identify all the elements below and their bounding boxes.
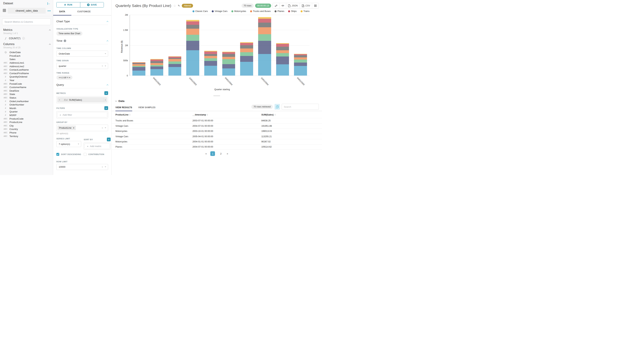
- run-button[interactable]: RUN: [56, 2, 80, 7]
- bar-stack[interactable]: [186, 20, 199, 76]
- bar-segment-planes[interactable]: [240, 45, 253, 49]
- legend-item[interactable]: Ships: [288, 10, 296, 12]
- bar-segment-ships[interactable]: [240, 43, 253, 45]
- time-grain-select[interactable]: quarter ×: [56, 63, 108, 69]
- dataset-options-icon[interactable]: •••: [48, 9, 51, 12]
- bar-segment-vintage-cars[interactable]: [186, 41, 199, 50]
- table-row[interactable]: Vintage Cars2004-07-01 00:00:00191951.86: [112, 123, 322, 129]
- collapse-section-icon[interactable]: [107, 40, 108, 42]
- column-header[interactable]: __timestamp: [192, 113, 261, 116]
- column-item[interactable]: ABCAddressLine2: [3, 64, 50, 68]
- bar-segment-trains[interactable]: [186, 20, 199, 21]
- column-item[interactable]: PriceEach: [3, 54, 50, 58]
- column-item[interactable]: ABCStatus: [3, 96, 50, 100]
- favorite-star-icon[interactable]: ☆: [174, 4, 176, 8]
- clear-icon[interactable]: ×: [102, 166, 103, 168]
- table-search-input[interactable]: [282, 104, 319, 110]
- help-icon[interactable]: ?: [22, 37, 25, 39]
- bar-segment-motorcycles[interactable]: [258, 34, 271, 41]
- column-item[interactable]: #OrderLineNumber: [3, 99, 50, 103]
- time-range-pill[interactable]: -∞ ≤ col < ∞: [56, 75, 72, 80]
- column-item[interactable]: ABCPostalCode: [3, 82, 50, 85]
- table-row[interactable]: Motorcycles2004-01-01 00:00:0090267.02: [112, 139, 322, 144]
- collapse-data-icon[interactable]: [115, 100, 117, 102]
- table-row[interactable]: Planes2004-07-01 00:00:00109114.62: [112, 144, 322, 150]
- column-item[interactable]: ABCProductLine: [3, 120, 50, 124]
- bar-segment-vintage-cars[interactable]: [168, 64, 182, 67]
- table-row[interactable]: Vintage Cars2005-04-01 00:00:00113255.21: [112, 134, 322, 139]
- pagination-page[interactable]: 1: [210, 151, 215, 156]
- tab-data[interactable]: DATA: [53, 10, 71, 15]
- bar-segment-vintage-cars[interactable]: [132, 67, 146, 70]
- column-item[interactable]: ABCProductCode: [3, 117, 50, 120]
- column-item[interactable]: #Month: [3, 107, 50, 110]
- bar-segment-trucks-and-buses[interactable]: [258, 27, 271, 34]
- legend-item[interactable]: Trains: [300, 10, 310, 12]
- pagination-prev[interactable]: «: [205, 152, 207, 155]
- bar-stack[interactable]: [168, 56, 182, 76]
- bar-segment-classic-cars[interactable]: [222, 68, 235, 76]
- bar-segment-ships[interactable]: [150, 59, 164, 61]
- column-item[interactable]: ABCState: [3, 92, 50, 96]
- bar-stack[interactable]: [294, 54, 307, 76]
- bar-segment-vintage-cars[interactable]: [222, 64, 235, 68]
- legend-item[interactable]: Vintage Cars: [212, 10, 228, 12]
- column-item[interactable]: ABCContactLastName: [3, 68, 50, 72]
- row-limit-select[interactable]: 10000 ×: [56, 164, 108, 170]
- bar-segment-vintage-cars[interactable]: [204, 61, 217, 66]
- sort-descending-checkbox[interactable]: [56, 153, 59, 156]
- bar-stack[interactable]: [204, 51, 217, 76]
- collapse-sidebar-icon[interactable]: |←: [47, 2, 50, 5]
- bar-segment-motorcycles[interactable]: [132, 66, 146, 67]
- bar-segment-trucks-and-buses[interactable]: [150, 63, 164, 65]
- bar-segment-ships[interactable]: [276, 44, 289, 47]
- bar-segment-ships[interactable]: [186, 21, 199, 25]
- column-item[interactable]: OrderDate: [3, 51, 50, 54]
- series-limit-select[interactable]: 7 option(s): [56, 141, 81, 147]
- search-metrics-columns-input[interactable]: [2, 18, 51, 25]
- bar-stack[interactable]: [132, 62, 146, 76]
- time-column-select[interactable]: OrderDate: [56, 51, 108, 57]
- bar-segment-classic-cars[interactable]: [150, 69, 164, 76]
- bar-segment-motorcycles[interactable]: [276, 53, 289, 56]
- column-item[interactable]: ABCTerritory: [3, 134, 50, 138]
- legend-item[interactable]: Planes: [274, 10, 284, 12]
- bar-segment-trucks-and-buses[interactable]: [240, 48, 253, 52]
- bar-segment-planes[interactable]: [186, 25, 199, 29]
- group-by-select[interactable]: ProductLine× ×: [56, 125, 108, 131]
- bar-segment-trucks-and-buses[interactable]: [222, 57, 235, 59]
- column-item[interactable]: ABCCity: [3, 124, 50, 127]
- bar-segment-trucks-and-buses[interactable]: [294, 57, 307, 59]
- bar-segment-ships[interactable]: [168, 57, 182, 58]
- collapse-section-icon[interactable]: [107, 21, 108, 23]
- bar-segment-planes[interactable]: [204, 54, 217, 56]
- export-json-button[interactable]: .JSON: [286, 3, 300, 8]
- bar-segment-trucks-and-buses[interactable]: [168, 59, 182, 61]
- bar-segment-vintage-cars[interactable]: [240, 56, 253, 62]
- bar-segment-ships[interactable]: [258, 19, 271, 23]
- column-item[interactable]: #OrderNumber: [3, 103, 50, 107]
- export-csv-button[interactable]: .CSV: [300, 3, 312, 8]
- metric-chip[interactable]: × f(x)SUM(Sales) ›: [57, 97, 107, 102]
- column-item[interactable]: #Year: [3, 79, 50, 82]
- save-button[interactable]: SAVE: [80, 2, 104, 7]
- column-item[interactable]: #MSRP: [3, 113, 50, 117]
- bar-segment-classic-cars[interactable]: [204, 66, 217, 76]
- contribution-checkbox[interactable]: [84, 153, 86, 156]
- bar-segment-planes[interactable]: [258, 23, 271, 27]
- expand-metric-icon[interactable]: ›: [103, 98, 107, 101]
- add-metric-button[interactable]: [104, 91, 108, 95]
- column-item[interactable]: ABCPhone: [3, 131, 50, 135]
- add-sort-metric-button[interactable]: [107, 138, 110, 141]
- bar-segment-planes[interactable]: [294, 55, 307, 57]
- column-item[interactable]: ABCCustomerName: [3, 85, 50, 89]
- bar-segment-vintage-cars[interactable]: [258, 41, 271, 54]
- column-item[interactable]: ABCContactFirstName: [3, 72, 50, 75]
- bar-segment-trucks-and-buses[interactable]: [204, 56, 217, 58]
- copy-data-button[interactable]: [274, 104, 280, 110]
- info-icon[interactable]: i: [64, 39, 66, 42]
- bar-segment-motorcycles[interactable]: [204, 58, 217, 61]
- bar-stack[interactable]: [276, 43, 289, 76]
- bar-segment-vintage-cars[interactable]: [150, 66, 164, 69]
- legend-item[interactable]: Trucks and Buses: [250, 10, 271, 12]
